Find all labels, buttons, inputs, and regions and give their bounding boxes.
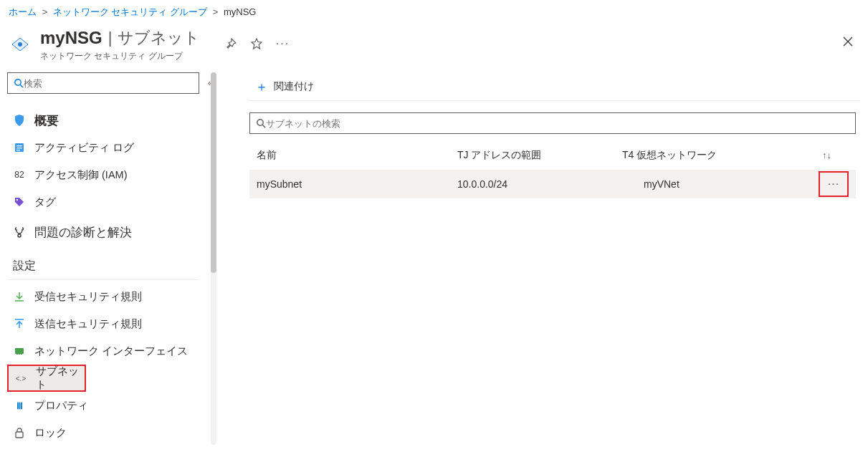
breadcrumb-parent[interactable]: ネットワーク セキュリティ グループ (53, 6, 207, 17)
toolbar: ＋ 関連付け (249, 72, 859, 101)
header-actions: ··· (221, 34, 292, 53)
svg-rect-16 (16, 432, 23, 438)
sidebar-item-label: プロパティ (34, 399, 209, 413)
svg-rect-13 (16, 352, 18, 355)
properties-icon: Ⅲ (13, 399, 26, 412)
subnet-search[interactable] (249, 112, 856, 134)
favorite-button[interactable] (247, 34, 266, 53)
page-title: myNSG (40, 28, 102, 48)
sidebar-item-network-interfaces[interactable]: ネットワーク インターフェイス (7, 337, 215, 365)
sidebar-item-properties[interactable]: Ⅲ プロパティ (7, 392, 215, 419)
sidebar-item-activity-log[interactable]: アクティビティ ログ (7, 134, 215, 161)
sidebar-search-input[interactable] (24, 78, 193, 89)
sidebar-item-label: ロック (34, 426, 209, 440)
breadcrumb-sep: > (42, 6, 48, 17)
title-separator: | (108, 29, 113, 47)
cell-range: 10.0.0.0/24 (429, 178, 622, 190)
outbound-icon (13, 317, 26, 330)
svg-point-9 (18, 234, 21, 237)
cell-name: mySubnet (257, 178, 429, 190)
sidebar-item-overview[interactable]: 概要 (7, 107, 215, 134)
nic-icon (13, 345, 26, 357)
breadcrumb-home[interactable]: ホーム (9, 6, 37, 17)
associate-label: 関連付け (274, 80, 314, 93)
subnet-icon: <.> (14, 372, 27, 385)
associate-button[interactable]: ＋ 関連付け (249, 75, 320, 98)
sidebar-item-diagnose[interactable]: 問題の診断と解決 (7, 216, 215, 249)
tag-icon (13, 196, 26, 208)
svg-rect-5 (16, 145, 22, 146)
svg-rect-7 (16, 150, 20, 150)
diagnose-icon (13, 226, 26, 239)
sidebar-item-label: アクティビティ ログ (34, 141, 209, 155)
sidebar-item-locks[interactable]: ロック (7, 419, 215, 446)
iam-icon: 82 (13, 168, 26, 181)
svg-point-1 (18, 42, 22, 47)
sidebar-item-iam[interactable]: 82 アクセス制御 (IAM) (7, 161, 215, 188)
sidebar-item-label: 問題の診断と解決 (34, 224, 209, 241)
cell-vnet: myVNet (622, 178, 801, 190)
search-icon (256, 118, 266, 128)
page-header: myNSG | サブネット ネットワーク セキュリティ グループ ··· (0, 23, 868, 72)
table-header: 名前 TJ アドレスの範囲 T4 仮想ネットワーク ↑↓ (249, 141, 856, 170)
resource-type-label: ネットワーク セキュリティ グループ (40, 50, 200, 62)
svg-line-18 (262, 125, 265, 127)
sidebar-scrollbar[interactable] (211, 72, 216, 445)
col-name[interactable]: 名前 (257, 149, 429, 162)
sidebar-item-label: 送信セキュリティ規則 (34, 317, 209, 331)
subnet-search-input[interactable] (266, 118, 849, 129)
plus-icon: ＋ (255, 78, 268, 95)
svg-rect-15 (21, 352, 22, 355)
sidebar-item-subnets[interactable]: <.> サブネット (7, 365, 86, 392)
pin-button[interactable] (221, 34, 240, 53)
sidebar-scrollbar-thumb[interactable] (211, 72, 216, 273)
sidebar-item-label: 概要 (34, 112, 209, 129)
col-address-range[interactable]: TJ アドレスの範囲 (429, 149, 622, 162)
header-title-block: myNSG | サブネット ネットワーク セキュリティ グループ (40, 27, 200, 62)
breadcrumb-current: myNSG (224, 6, 257, 17)
main-content: ＋ 関連付け 名前 TJ アドレスの範囲 T4 仮想ネットワーク ↑↓ mySu… (215, 72, 868, 467)
sidebar-item-label: タグ (34, 196, 209, 209)
activity-log-icon (13, 141, 26, 154)
lock-icon (13, 426, 26, 439)
svg-line-3 (20, 85, 23, 87)
sidebar-item-inbound-rules[interactable]: 受信セキュリティ規則 (7, 283, 215, 310)
search-icon (14, 78, 24, 88)
row-context-menu-button[interactable]: ··· (819, 171, 849, 197)
svg-rect-6 (16, 148, 22, 148)
sidebar-section-settings: 設定 (7, 249, 199, 280)
inbound-icon (13, 290, 26, 303)
svg-rect-14 (19, 352, 20, 355)
table-row[interactable]: mySubnet 10.0.0.0/24 myVNet ··· (249, 170, 856, 198)
more-button[interactable]: ··· (273, 34, 292, 53)
sidebar-item-label: サブネット (36, 365, 79, 392)
sidebar-item-tags[interactable]: タグ (7, 188, 215, 216)
svg-point-2 (15, 80, 21, 85)
sidebar-item-label: 受信セキュリティ規則 (34, 290, 209, 304)
resource-type-icon (7, 32, 33, 57)
sidebar-item-label: アクセス制御 (IAM) (34, 168, 209, 182)
sidebar-item-label: ネットワーク インターフェイス (34, 345, 209, 358)
sidebar-search[interactable] (7, 72, 199, 94)
col-vnet[interactable]: T4 仮想ネットワーク (622, 149, 801, 162)
sidebar: « 概要 アクティビティ ログ 82 アクセス制御 (IAM) タグ (0, 72, 215, 467)
shield-icon (13, 114, 26, 127)
breadcrumb-sep: > (213, 6, 219, 17)
sort-toggle[interactable]: ↑↓ (822, 150, 849, 160)
svg-point-8 (16, 199, 18, 201)
close-button[interactable] (839, 33, 857, 50)
page-section: サブネット (118, 27, 200, 49)
sidebar-item-outbound-rules[interactable]: 送信セキュリティ規則 (7, 310, 215, 337)
svg-point-17 (257, 120, 263, 125)
subnets-table: 名前 TJ アドレスの範囲 T4 仮想ネットワーク ↑↓ mySubnet 10… (249, 141, 856, 198)
breadcrumb: ホーム > ネットワーク セキュリティ グループ > myNSG (0, 0, 868, 23)
